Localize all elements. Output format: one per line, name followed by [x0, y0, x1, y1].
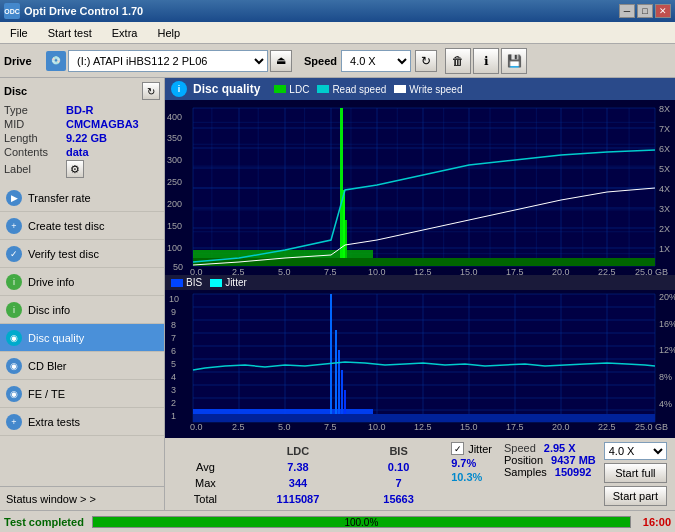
svg-text:8: 8	[171, 320, 176, 330]
sidebar-item-disc-info[interactable]: i Disc info	[0, 296, 164, 324]
svg-text:200: 200	[167, 199, 182, 209]
svg-text:10.0: 10.0	[368, 422, 386, 430]
samples-label: Samples	[504, 466, 547, 478]
svg-text:300: 300	[167, 155, 182, 165]
minimize-button[interactable]: ─	[619, 4, 635, 18]
disc-panel: Disc ↻ Type BD-R MID CMCMAGBA3 Length 9.…	[0, 78, 164, 184]
jitter-row: ✓ Jitter	[451, 442, 492, 455]
disc-info-label: Disc info	[28, 304, 70, 316]
drive-info-icon: i	[6, 274, 22, 290]
status-window-button[interactable]: Status window > >	[0, 486, 164, 510]
ldc-col-header: LDC	[242, 444, 354, 458]
sidebar-nav: ▶ Transfer rate + Create test disc ✓ Ver…	[0, 184, 164, 436]
disc-info-icon: i	[6, 302, 22, 318]
disc-header: Disc ↻	[4, 82, 160, 100]
svg-rect-32	[343, 190, 345, 266]
svg-rect-90	[338, 350, 340, 422]
avg-ldc-value: 7.38	[242, 460, 354, 474]
menu-extra[interactable]: Extra	[106, 25, 144, 41]
create-test-disc-icon: +	[6, 218, 22, 234]
total-label: Total	[171, 492, 240, 506]
drive-label: Drive	[4, 55, 42, 67]
disc-label-label: Label	[4, 163, 64, 175]
svg-rect-89	[335, 330, 337, 422]
disc-contents-label: Contents	[4, 146, 64, 158]
maximize-button[interactable]: □	[637, 4, 653, 18]
svg-text:3X: 3X	[659, 204, 670, 214]
svg-text:22.5: 22.5	[598, 267, 616, 275]
start-full-button[interactable]: Start full	[604, 463, 667, 483]
avg-label: Avg	[171, 460, 240, 474]
bottom-chart-header: BIS Jitter	[165, 275, 675, 290]
svg-text:2X: 2X	[659, 224, 670, 234]
legend-write-speed: Write speed	[394, 84, 462, 95]
sidebar-item-extra-tests[interactable]: + Extra tests	[0, 408, 164, 436]
svg-text:4: 4	[171, 372, 176, 382]
chart-legend: LDC Read speed Write speed	[274, 84, 462, 95]
svg-text:3: 3	[171, 385, 176, 395]
sidebar-item-create-test-disc[interactable]: + Create test disc	[0, 212, 164, 240]
stats-speed-select[interactable]: 4.0 X	[604, 442, 667, 460]
disc-length-row: Length 9.22 GB	[4, 132, 160, 144]
svg-text:16%: 16%	[659, 319, 675, 329]
jitter-legend: Jitter	[210, 277, 247, 288]
cd-bler-label: CD Bler	[28, 360, 67, 372]
stats-left: LDC BIS Avg 7.38 0.10 Max	[169, 442, 443, 506]
drive-eject-button[interactable]: ⏏	[270, 50, 292, 72]
app-icon: ODC	[4, 3, 20, 19]
avg-jitter-row: 9.7%	[451, 457, 492, 469]
svg-text:10: 10	[169, 294, 179, 304]
sidebar-item-verify-test-disc[interactable]: ✓ Verify test disc	[0, 240, 164, 268]
disc-label-button[interactable]: ⚙	[66, 160, 84, 178]
avg-col-header	[171, 444, 240, 458]
svg-text:6X: 6X	[659, 144, 670, 154]
ldc-color	[274, 85, 286, 93]
sidebar-item-disc-quality[interactable]: ◉ Disc quality	[0, 324, 164, 352]
speed-select[interactable]: 4.0 X	[341, 50, 411, 72]
svg-text:7: 7	[171, 333, 176, 343]
read-speed-label: Read speed	[332, 84, 386, 95]
menu-start-test[interactable]: Start test	[42, 25, 98, 41]
svg-text:4X: 4X	[659, 184, 670, 194]
menu-help[interactable]: Help	[151, 25, 186, 41]
sidebar-item-fe-te[interactable]: ◉ FE / TE	[0, 380, 164, 408]
svg-text:8%: 8%	[659, 372, 672, 382]
write-speed-label: Write speed	[409, 84, 462, 95]
max-bis-value: 7	[356, 476, 441, 490]
sidebar-item-drive-info[interactable]: i Drive info	[0, 268, 164, 296]
save-button[interactable]: 💾	[501, 48, 527, 74]
jitter-checkbox[interactable]: ✓	[451, 442, 464, 455]
sidebar-item-transfer-rate[interactable]: ▶ Transfer rate	[0, 184, 164, 212]
verify-test-disc-label: Verify test disc	[28, 248, 99, 260]
disc-refresh-button[interactable]: ↻	[142, 82, 160, 100]
drivebar: Drive 💿 (I:) ATAPI iHBS112 2 PL06 ⏏ Spee…	[0, 44, 675, 78]
samples-row: Samples 150992	[504, 466, 596, 478]
bottom-chart-wrapper: 10 9 8 7 6 5 4 3 2 1	[165, 290, 675, 435]
svg-rect-54	[193, 294, 655, 422]
avg-bis-value: 0.10	[356, 460, 441, 474]
menu-file[interactable]: File	[4, 25, 34, 41]
progress-bar: 100.0%	[92, 516, 631, 528]
bis-label: BIS	[186, 277, 202, 288]
sidebar-item-cd-bler[interactable]: ◉ CD Bler	[0, 352, 164, 380]
disc-length-label: Length	[4, 132, 64, 144]
bis-col-header: BIS	[356, 444, 441, 458]
drive-select[interactable]: (I:) ATAPI iHBS112 2 PL06	[68, 50, 268, 72]
disc-type-value: BD-R	[66, 104, 94, 116]
speed-stat-value: 2.95 X	[544, 442, 576, 454]
svg-text:17.5: 17.5	[506, 422, 524, 430]
legend-read-speed: Read speed	[317, 84, 386, 95]
svg-text:12.5: 12.5	[414, 422, 432, 430]
refresh-button[interactable]: ↻	[415, 50, 437, 72]
extra-tests-icon: +	[6, 414, 22, 430]
start-part-button[interactable]: Start part	[604, 486, 667, 506]
speed-label: Speed	[304, 55, 337, 67]
svg-text:20.0: 20.0	[552, 422, 570, 430]
total-row: Total 1115087 15663	[171, 492, 441, 506]
svg-text:25.0 GB: 25.0 GB	[635, 267, 668, 275]
jitter-label: Jitter	[225, 277, 247, 288]
info-button[interactable]: ℹ	[473, 48, 499, 74]
legend-ldc: LDC	[274, 84, 309, 95]
erase-button[interactable]: 🗑	[445, 48, 471, 74]
close-button[interactable]: ✕	[655, 4, 671, 18]
